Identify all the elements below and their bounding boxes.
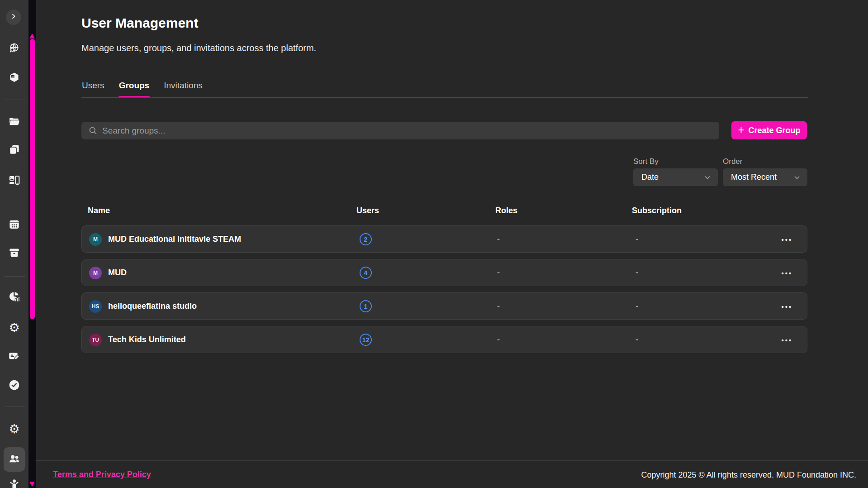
sidebar-item-user-management[interactable] (8, 454, 20, 466)
row-actions-menu-button[interactable]: ••• (777, 266, 797, 280)
row-actions-menu-button[interactable]: ••• (777, 232, 797, 247)
users-count-badge[interactable]: 2 (360, 233, 372, 245)
create-group-button[interactable]: + Create Group (731, 121, 807, 139)
globe-search-icon (8, 42, 20, 56)
folder-open-icon (8, 115, 20, 129)
scrollbar-up-arrow-icon[interactable] (29, 33, 35, 38)
sidebar-item-approvals[interactable] (8, 380, 20, 392)
group-name: helloqueeflatina studio (108, 301, 197, 311)
users-count-badge[interactable]: 4 (360, 267, 372, 279)
group-avatar-initials: HS (92, 303, 100, 310)
users-count: 12 (362, 336, 370, 344)
sidebar-item-settings[interactable]: ⚙ (8, 321, 20, 334)
group-rows: M MUD Educational inititavie STEAM 2 - -… (81, 225, 807, 353)
row-actions-menu-button[interactable]: ••• (777, 299, 797, 314)
sidebar-item-projects[interactable] (8, 116, 20, 129)
subscription-value: - (636, 301, 638, 311)
sidebar-item-archive[interactable] (8, 248, 20, 260)
group-avatar: TU (89, 334, 102, 346)
sidebar-collapse-button[interactable] (6, 10, 21, 25)
tabs-divider (81, 97, 808, 98)
subscription-value: - (636, 335, 638, 344)
check-circle-icon (8, 379, 20, 393)
group-name: Tech Kids Unlimited (108, 335, 186, 344)
sort-by-select[interactable]: Date (633, 168, 718, 186)
column-header-users: Users (356, 206, 379, 215)
app-window: ⚙ ⚙ (0, 0, 868, 488)
users-count-badge[interactable]: 12 (360, 334, 372, 346)
scrollbar-down-arrow-icon[interactable] (29, 482, 35, 487)
group-row[interactable]: M MUD 4 - - ••• (81, 259, 807, 286)
group-row[interactable]: HS helloqueeflatina studio 1 - - ••• (81, 292, 807, 320)
subscription-value: - (636, 234, 638, 244)
sidebar-item-collections[interactable] (8, 144, 20, 157)
gear-icon: ⚙ (9, 321, 19, 334)
copy-collections-icon (8, 144, 20, 158)
page-subtitle: Manage users, groups, and invitations ac… (81, 43, 316, 53)
group-name: MUD Educational inititavie STEAM (108, 234, 241, 244)
roles-value: - (497, 234, 500, 244)
sidebar-item-licenses[interactable] (8, 351, 20, 363)
group-row[interactable]: TU Tech Kids Unlimited 12 - - ••• (81, 326, 807, 353)
search-input[interactable] (81, 122, 719, 139)
tab-groups[interactable]: Groups (119, 81, 150, 98)
pie-chart-stats-icon (8, 291, 20, 305)
group-name: MUD (108, 268, 127, 277)
plus-icon: + (738, 124, 744, 135)
users-count-badge[interactable]: 1 (360, 300, 372, 312)
sidebar-divider (4, 276, 25, 277)
group-avatar-initials: TU (92, 337, 99, 343)
group-row[interactable]: M MUD Educational inititavie STEAM 2 - -… (81, 225, 807, 253)
subscription-value: - (636, 268, 638, 277)
group-avatar: M (89, 233, 102, 246)
tab-users[interactable]: Users (81, 81, 105, 98)
column-header-subscription: Subscription (632, 206, 682, 215)
tab-invitations[interactable]: Invitations (163, 81, 203, 98)
group-avatar-initials: M (93, 236, 98, 243)
column-header-name: Name (88, 206, 110, 215)
sidebar-item-devices[interactable] (8, 175, 20, 187)
page-title: User Management (81, 15, 198, 31)
row-actions-menu-button[interactable]: ••• (777, 333, 797, 347)
sidebar-item-analytics[interactable] (8, 292, 20, 304)
sidebar-item-community[interactable] (8, 479, 20, 488)
group-avatar: M (89, 267, 102, 279)
users-count: 1 (364, 303, 368, 310)
admin-gear-icon: ⚙ (9, 423, 19, 435)
calendar-icon (8, 218, 20, 232)
roles-value: - (497, 335, 500, 344)
roles-value: - (497, 301, 500, 311)
users-count: 2 (364, 236, 368, 243)
sidebar-divider (4, 407, 25, 407)
order-select[interactable]: Most Recent (723, 168, 807, 186)
footer-divider (36, 460, 868, 461)
sidebar-item-calendar[interactable] (8, 219, 20, 231)
chevron-down-icon (703, 173, 711, 182)
search-icon (88, 126, 98, 135)
card-edit-icon (8, 350, 20, 364)
tab-bar: Users Groups Invitations (81, 81, 203, 98)
sidebar-divider (4, 100, 25, 100)
archive-box-icon (8, 247, 20, 261)
sidebar-item-assets[interactable] (8, 72, 20, 85)
group-avatar: HS (89, 300, 102, 313)
sidebar: ⚙ ⚙ (0, 0, 28, 488)
sidebar-item-explore[interactable] (8, 43, 20, 55)
roles-value: - (497, 268, 500, 277)
column-header-roles: Roles (495, 206, 517, 215)
scrollbar-thumb[interactable] (30, 39, 35, 319)
cube-image-icon (8, 72, 20, 86)
sidebar-divider (4, 203, 25, 203)
users-count: 4 (364, 269, 368, 277)
page-scrollbar-track[interactable] (28, 0, 36, 488)
users-icon (8, 453, 20, 467)
order-label: Order (723, 157, 742, 166)
search-bar (81, 122, 719, 139)
group-avatar-initials: M (93, 270, 98, 276)
person-arms-up-icon (8, 478, 20, 488)
terms-privacy-link[interactable]: Terms and Privacy Policy (53, 470, 151, 479)
copyright-text: Copyright 2025 © All rights reserved. MU… (641, 470, 856, 480)
sidebar-item-admin-settings[interactable]: ⚙ (8, 423, 20, 435)
chevron-right-icon (10, 13, 17, 22)
chevron-down-icon (793, 173, 801, 182)
